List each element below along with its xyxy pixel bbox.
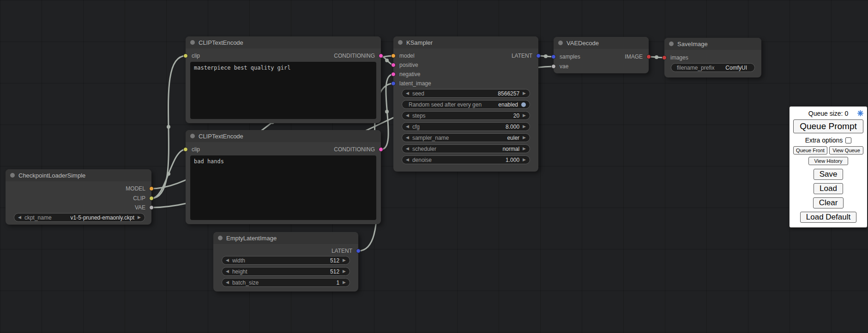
node-ksampler[interactable]: KSampler model LATENT positive negative … (393, 36, 538, 172)
decrement-arrow-icon[interactable]: ◀ (226, 280, 229, 285)
output-slot-vae[interactable] (149, 205, 154, 210)
input-slot-vae[interactable] (551, 64, 556, 69)
queue-prompt-button[interactable]: Queue Prompt (793, 119, 863, 133)
decrement-arrow-icon[interactable]: ◀ (406, 91, 409, 95)
node-title-bar[interactable]: SaveImage (664, 38, 761, 50)
widget-batch-size[interactable]: ◀ batch_size 1 ▶ (222, 278, 350, 287)
node-title-bar[interactable]: KSampler (393, 36, 538, 48)
output-slot-conditioning[interactable] (379, 147, 383, 152)
collapse-dot-icon[interactable] (10, 173, 15, 178)
increment-arrow-icon[interactable]: ▶ (138, 215, 141, 220)
node-title-bar[interactable]: CLIPTextEncode (186, 36, 381, 48)
output-label-vae: VAE (135, 204, 145, 211)
node-title: EmptyLatentImage (226, 235, 277, 242)
decrement-arrow-icon[interactable]: ◀ (406, 125, 409, 129)
increment-arrow-icon[interactable]: ▶ (523, 91, 526, 95)
output-label-clip: CLIP (133, 195, 145, 202)
widget-height[interactable]: ◀ height 512 ▶ (222, 267, 350, 276)
widget-ckpt-name[interactable]: ◀ ckpt_name v1-5-pruned-emaonly.ckpt ▶ (14, 213, 145, 222)
node-emptylatentimage[interactable]: EmptyLatentImage LATENT ◀ width 512 ▶ ◀ … (213, 232, 358, 291)
node-title-bar[interactable]: CheckpointLoaderSimple (6, 169, 151, 181)
settings-icon[interactable] (857, 110, 863, 118)
widget-denoise[interactable]: ◀ denoise 1.000 ▶ (402, 155, 530, 164)
decrement-arrow-icon[interactable]: ◀ (18, 215, 21, 220)
widget-label: filename_prefix (675, 65, 714, 71)
decrement-arrow-icon[interactable]: ◀ (406, 147, 409, 151)
node-cliptextencode-negative[interactable]: CLIPTextEncode clip CONDITIONING bad han… (186, 130, 381, 224)
output-slot-model[interactable] (149, 186, 154, 191)
queue-front-button[interactable]: Queue Front (793, 146, 827, 155)
node-vaedecode[interactable]: VAEDecode samples IMAGE vae (554, 37, 649, 73)
link-midpoint-dot (167, 172, 170, 176)
input-slot-clip[interactable] (183, 147, 188, 152)
load-default-button[interactable]: Load Default (800, 212, 856, 223)
widget-label: steps (412, 113, 426, 119)
output-label-image: IMAGE (625, 54, 643, 60)
collapse-dot-icon[interactable] (190, 40, 195, 45)
link-midpoint-dot (385, 110, 389, 113)
collapse-dot-icon[interactable] (669, 42, 674, 46)
node-cliptextencode-positive[interactable]: CLIPTextEncode clip CONDITIONING masterp… (186, 36, 381, 123)
widget-width[interactable]: ◀ width 512 ▶ (222, 256, 350, 265)
node-title-bar[interactable]: EmptyLatentImage (213, 232, 358, 244)
decrement-arrow-icon[interactable]: ◀ (406, 158, 409, 162)
collapse-dot-icon[interactable] (190, 134, 195, 138)
increment-arrow-icon[interactable]: ▶ (523, 125, 526, 129)
node-saveimage[interactable]: SaveImage images filename_prefix ComfyUI (664, 38, 761, 77)
output-slot-image[interactable] (646, 54, 651, 59)
output-slot-clip[interactable] (149, 196, 154, 201)
input-slot-model[interactable] (391, 54, 396, 58)
extra-options-checkbox[interactable] (845, 137, 851, 143)
increment-arrow-icon[interactable]: ▶ (523, 113, 526, 118)
widget-random-seed-toggle[interactable]: Random seed after every gen enabled (402, 100, 530, 109)
decrement-arrow-icon[interactable]: ◀ (406, 113, 409, 118)
decrement-arrow-icon[interactable]: ◀ (406, 136, 409, 140)
view-queue-button[interactable]: View Queue (829, 146, 863, 155)
widget-value: euler (507, 135, 519, 141)
increment-arrow-icon[interactable]: ▶ (343, 269, 346, 274)
input-label-vae: vae (560, 63, 568, 70)
widget-cfg[interactable]: ◀ cfg 8.000 ▶ (402, 122, 530, 131)
decrement-arrow-icon[interactable]: ◀ (226, 258, 229, 262)
output-slot-latent[interactable] (536, 54, 541, 58)
widget-filename-prefix[interactable]: filename_prefix ComfyUI (671, 63, 755, 72)
collapse-dot-icon[interactable] (398, 40, 403, 45)
graph-canvas[interactable]: CheckpointLoaderSimple MODEL CLIP VAE ◀ … (0, 0, 868, 333)
view-history-button[interactable]: View History (808, 157, 849, 165)
input-slot-images[interactable] (662, 55, 667, 60)
input-label-images: images (670, 54, 688, 61)
toggle-knob[interactable] (521, 102, 526, 107)
node-title: CLIPTextEncode (199, 133, 243, 140)
widget-steps[interactable]: ◀ steps 20 ▶ (402, 111, 530, 120)
save-button[interactable]: Save (814, 169, 844, 180)
increment-arrow-icon[interactable]: ▶ (523, 158, 526, 162)
node-checkpointloadersimple[interactable]: CheckpointLoaderSimple MODEL CLIP VAE ◀ … (6, 169, 151, 225)
output-slot-latent[interactable] (356, 249, 361, 253)
link-midpoint-dot (167, 125, 170, 129)
positive-prompt-textarea[interactable]: masterpiece best quality girl (190, 62, 376, 119)
load-button[interactable]: Load (814, 183, 843, 194)
increment-arrow-icon[interactable]: ▶ (343, 258, 346, 262)
input-slot-negative[interactable] (391, 72, 396, 77)
input-slot-positive[interactable] (391, 63, 396, 67)
decrement-arrow-icon[interactable]: ◀ (226, 269, 229, 274)
widget-scheduler[interactable]: ◀ scheduler normal ▶ (402, 144, 530, 153)
increment-arrow-icon[interactable]: ▶ (343, 280, 346, 285)
increment-arrow-icon[interactable]: ▶ (523, 136, 526, 140)
widget-sampler-name[interactable]: ◀ sampler_name euler ▶ (402, 133, 530, 142)
node-title-bar[interactable]: CLIPTextEncode (186, 130, 381, 142)
clear-button[interactable]: Clear (813, 197, 844, 208)
comfy-menu-panel: Queue size: 0 Queue Prompt Extra options… (789, 106, 868, 228)
widget-seed[interactable]: ◀ seed 8566257 ▶ (402, 89, 530, 98)
collapse-dot-icon[interactable] (218, 236, 223, 240)
negative-prompt-textarea[interactable]: bad hands (190, 155, 376, 220)
output-slot-conditioning[interactable] (379, 54, 383, 58)
collapse-dot-icon[interactable] (558, 41, 563, 45)
input-slot-latent-image[interactable] (391, 81, 396, 86)
widget-label: seed (412, 90, 424, 97)
node-title-bar[interactable]: VAEDecode (554, 37, 649, 49)
input-slot-samples[interactable] (551, 54, 556, 59)
extra-options-label: Extra options (805, 137, 843, 144)
input-slot-clip[interactable] (183, 54, 188, 58)
increment-arrow-icon[interactable]: ▶ (523, 147, 526, 151)
